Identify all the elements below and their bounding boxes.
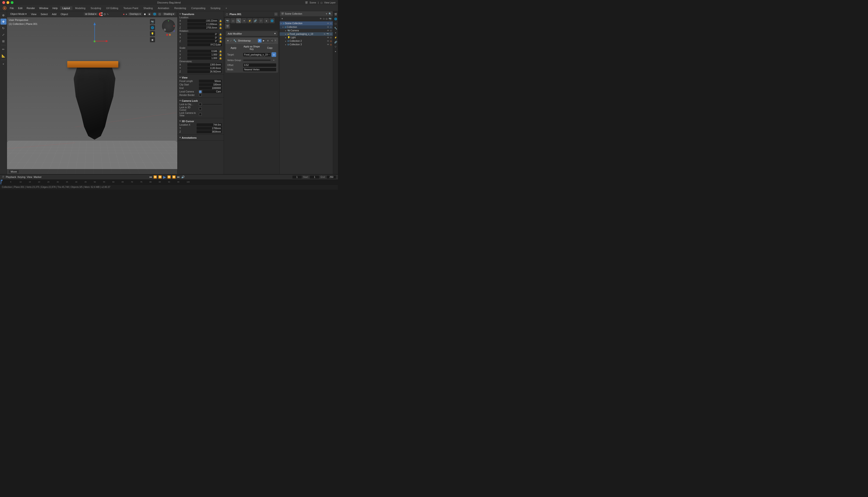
vp-add-menu[interactable]: Add xyxy=(50,12,58,16)
menu-file[interactable]: File xyxy=(8,6,16,10)
mesh-eye[interactable]: 👁 xyxy=(324,33,326,35)
sync-btn[interactable]: 🔊 xyxy=(181,175,185,179)
local-camera-check[interactable]: ✓ xyxy=(199,90,202,93)
viewport-render-btn[interactable]: 🌐 xyxy=(150,25,155,30)
collection-eye[interactable]: 👁 xyxy=(327,26,329,28)
blender-logo[interactable] xyxy=(2,5,8,11)
shrinkwrap-expand-icon[interactable]: ▾ xyxy=(227,39,229,42)
rot-y-lock[interactable]: 🔒 xyxy=(219,37,222,39)
camera-eye[interactable]: 👁 xyxy=(327,29,329,32)
scene-search-btn[interactable]: 🔍 xyxy=(329,13,332,15)
viewport-canvas[interactable]: User Perspective (1) Collection | Plane.… xyxy=(7,17,177,174)
cursor-3d-title[interactable]: 3D Cursor xyxy=(178,119,224,123)
toolbar-scale[interactable]: ⤢ xyxy=(0,32,6,38)
prop-tab-render[interactable]: 📷 xyxy=(225,18,230,23)
rot-z-lock[interactable]: 🔒 xyxy=(219,40,222,43)
render-border-check[interactable] xyxy=(199,94,202,96)
shrinkwrap-delete[interactable]: × xyxy=(275,39,276,43)
select-filter[interactable]: ⊙ xyxy=(323,17,325,20)
prev-keyframe-btn[interactable]: ⏪ xyxy=(158,175,162,179)
ri-material[interactable]: ● xyxy=(334,49,338,53)
scale-x-lock[interactable]: 🔒 xyxy=(219,50,222,53)
loc-y-value[interactable]: 2.1269mm xyxy=(187,23,218,26)
col2-render-off[interactable]: ◎ xyxy=(330,40,332,42)
scene-filter-btn[interactable]: ▼ xyxy=(325,13,328,15)
shading-wireframe[interactable]: ◻ xyxy=(158,13,162,16)
annotations-title[interactable]: Annotations xyxy=(178,136,224,140)
ri-world[interactable]: 🌐 xyxy=(334,17,338,21)
gizmo-circle[interactable]: X Y Z xyxy=(162,19,175,33)
collection-root-item[interactable]: ▾ ⊞ Collection 👁 ⊙ xyxy=(280,25,333,29)
shrinkwrap-realtime[interactable]: R xyxy=(258,39,262,43)
shrinkwrap-edit[interactable]: E xyxy=(266,39,270,43)
prop-tab-modifier[interactable]: 🔧 xyxy=(236,18,241,23)
collection2-item[interactable]: ▸ ⊞ Collection 2 👁 ◎ xyxy=(280,39,333,43)
toolbar-add[interactable]: + xyxy=(0,61,6,67)
apply-button[interactable]: Apply xyxy=(227,45,240,51)
minimize-button[interactable] xyxy=(6,1,9,4)
prop-tab-data[interactable]: ▽ xyxy=(258,18,263,23)
next-frame-btn[interactable]: ⏩ xyxy=(172,175,176,179)
root-eye[interactable]: 👁 xyxy=(327,22,329,25)
prop-tab-physics[interactable]: ⚡ xyxy=(247,18,252,23)
lock-obj-value[interactable] xyxy=(203,104,222,104)
overlays-button[interactable]: Overlays ▾ xyxy=(128,13,142,16)
viewport-camera-btn[interactable]: 📷 xyxy=(150,19,155,24)
root-select[interactable]: ⊙ xyxy=(330,22,332,25)
render-dots[interactable]: ● xyxy=(123,13,124,16)
transform-section-title[interactable]: Transform xyxy=(178,12,224,16)
camera-lock-title[interactable]: Camera Lock xyxy=(178,99,224,103)
clip-end-value[interactable]: 1000000 xyxy=(199,87,222,90)
proportional-editing[interactable]: ⊙ xyxy=(103,13,106,16)
lock-obj-check[interactable] xyxy=(199,103,202,106)
next-keyframe-btn[interactable]: ⏩ xyxy=(167,175,171,179)
close-button[interactable] xyxy=(2,1,5,4)
toolbar-rotate[interactable]: ↻ xyxy=(0,25,6,31)
add-modifier-button[interactable]: Add Modifier ▾ xyxy=(226,31,278,36)
scale-y-lock[interactable]: 🔒 xyxy=(219,53,222,56)
tab-uv-editing[interactable]: UV Editing xyxy=(104,6,120,10)
tab-scripting[interactable]: Scripting xyxy=(208,6,223,10)
local-camera-value[interactable]: Cam xyxy=(203,90,222,93)
properties-scroll[interactable]: Transform Location: X -193.22mm 🔒 Y 2.1 xyxy=(178,11,224,174)
timeline-keying[interactable]: Keying xyxy=(18,175,26,179)
prop-tab-scene[interactable]: 🎬 xyxy=(225,24,230,29)
maximize-button[interactable] xyxy=(11,1,13,4)
snap-btn[interactable]: 🧲 xyxy=(99,12,103,16)
tab-rendering[interactable]: Rendering xyxy=(172,6,189,10)
toolbar-annotate[interactable]: ✏ xyxy=(0,46,6,52)
shading-solid[interactable]: ◼ xyxy=(143,13,147,16)
rot-x-value[interactable]: 0° xyxy=(187,33,218,36)
col3-eye[interactable]: 👁 xyxy=(327,43,329,46)
apply-shape-key-button[interactable]: Apply as Shape Key xyxy=(241,45,263,51)
collection3-item[interactable]: ▸ ⊞ Collection 3 👁 ◎ xyxy=(280,43,333,46)
timeline-playback[interactable]: Playback xyxy=(6,175,16,179)
prop-tab-world[interactable]: 🌐 xyxy=(269,18,275,23)
ri-constraint[interactable]: 🔗 xyxy=(334,40,338,44)
timeline-view[interactable]: View xyxy=(27,175,32,179)
tab-texture-paint[interactable]: Texture Paint xyxy=(121,6,141,10)
ri-data[interactable]: ▽ xyxy=(334,45,338,49)
rot-y-value[interactable]: 0° xyxy=(187,36,218,39)
loc-y-lock[interactable]: 🔒 xyxy=(219,23,222,26)
ri-scene[interactable]: 🎬 xyxy=(334,12,338,16)
toolbar-measure[interactable]: 📐 xyxy=(0,53,6,59)
mode-value[interactable]: Nearest Vertex xyxy=(243,68,276,71)
shading-rendered[interactable]: 🌐 xyxy=(152,13,157,16)
tab-modeling[interactable]: Modeling xyxy=(73,6,88,10)
scene-collection-item[interactable]: ▾ ⊞ Scene Collection 👁 ⊙ xyxy=(280,22,333,25)
offset-value[interactable]: 0.52 xyxy=(243,63,276,67)
scale-x-value[interactable]: 0.646 xyxy=(187,50,218,53)
cursor-x-value[interactable]: 744.6m xyxy=(196,123,222,126)
col2-eye[interactable]: 👁 xyxy=(327,40,329,42)
tab-shading[interactable]: Shading xyxy=(141,6,155,10)
toolbar-move[interactable]: ✥ xyxy=(0,18,6,25)
cursor-z-value[interactable]: 3834mm xyxy=(196,130,222,133)
vertex-group-add[interactable]: + xyxy=(271,58,276,62)
col3-render-off[interactable]: ◎ xyxy=(330,43,332,46)
vp-select-menu[interactable]: Select xyxy=(39,12,49,16)
shrinkwrap-cage[interactable]: C xyxy=(270,39,274,43)
dim-y-value[interactable]: 1130.6mm xyxy=(187,67,222,70)
prop-tab-constraints[interactable]: 🔗 xyxy=(253,18,258,23)
focal-length-value[interactable]: 50mm xyxy=(199,80,222,83)
